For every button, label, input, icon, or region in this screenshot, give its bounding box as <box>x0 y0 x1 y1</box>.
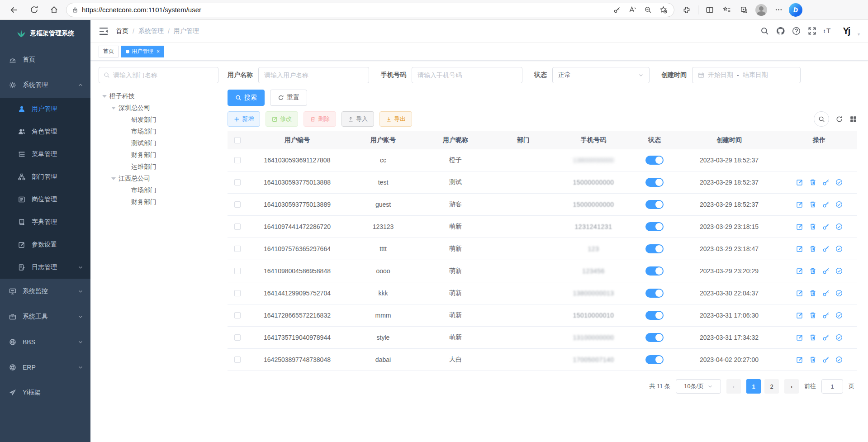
refresh-table-icon[interactable] <box>835 115 843 123</box>
tree-node[interactable]: 测试部门 <box>99 138 218 149</box>
tag-用户管理[interactable]: 用户管理 × <box>121 46 164 57</box>
assign-role-icon[interactable] <box>835 201 843 208</box>
delete-row-icon[interactable] <box>809 179 816 186</box>
assign-role-icon[interactable] <box>835 356 843 363</box>
split-screen-icon[interactable] <box>702 2 717 18</box>
status-toggle[interactable] <box>645 222 664 231</box>
refresh-icon[interactable] <box>26 2 42 18</box>
username-input[interactable] <box>264 71 363 79</box>
assign-role-icon[interactable] <box>835 290 843 297</box>
next-page-button[interactable]: › <box>784 379 799 394</box>
row-checkbox[interactable] <box>234 290 241 296</box>
sidebar-item-部门管理[interactable]: 部门管理 <box>0 166 90 188</box>
reset-password-icon[interactable] <box>822 179 830 186</box>
hamburger-icon[interactable] <box>99 26 109 36</box>
date-range-picker[interactable]: 开始日期 - 结束日期 <box>692 67 801 83</box>
import-button[interactable]: 导入 <box>342 111 374 127</box>
reset-password-icon[interactable] <box>822 201 830 208</box>
text-size-icon[interactable]: tT <box>824 27 832 35</box>
sidebar-item-系统管理[interactable]: 系统管理 <box>0 72 90 98</box>
url-text[interactable]: https://ccnetcore.com:1101/system/user <box>82 6 607 14</box>
delete-row-icon[interactable] <box>809 245 816 252</box>
delete-row-icon[interactable] <box>809 312 816 319</box>
tree-expand-icon[interactable] <box>111 107 116 109</box>
sidebar-item-参数设置[interactable]: 参数设置 <box>0 233 90 256</box>
prev-page-button[interactable]: ‹ <box>726 379 741 394</box>
tree-node[interactable]: 市场部门 <box>99 126 218 138</box>
tree-node[interactable]: 江西总公司 <box>99 173 218 185</box>
delete-row-icon[interactable] <box>809 290 816 297</box>
toggle-search-button[interactable] <box>814 111 829 127</box>
edit-row-icon[interactable] <box>796 312 803 319</box>
user-avatar[interactable]: Yj <box>840 24 853 38</box>
reset-password-icon[interactable] <box>822 356 830 363</box>
export-button[interactable]: 导出 <box>379 111 412 127</box>
row-checkbox[interactable] <box>234 268 241 274</box>
extensions-icon[interactable] <box>679 2 694 18</box>
select-all-checkbox[interactable] <box>234 137 241 143</box>
sidebar-item-系统监控[interactable]: 系统监控 <box>0 279 90 304</box>
tree-node[interactable]: 运维部门 <box>99 161 218 173</box>
edit-row-icon[interactable] <box>796 245 803 252</box>
status-toggle[interactable] <box>645 355 664 364</box>
edit-row-icon[interactable] <box>796 267 803 275</box>
copilot-icon[interactable]: b <box>788 2 803 18</box>
delete-row-icon[interactable] <box>809 267 816 275</box>
row-checkbox[interactable] <box>234 334 241 341</box>
password-key-icon[interactable] <box>611 4 623 16</box>
page-button-1[interactable]: 1 <box>746 379 761 394</box>
sidebar-item-ERP[interactable]: ERP <box>0 355 90 380</box>
row-checkbox[interactable] <box>234 246 241 252</box>
reset-password-icon[interactable] <box>822 245 830 252</box>
tag-首页[interactable]: 首页 <box>99 46 119 57</box>
phone-input[interactable] <box>417 71 517 79</box>
page-size-select[interactable]: 10条/页 <box>676 379 721 394</box>
tree-node[interactable]: 财务部门 <box>99 149 218 161</box>
add-button[interactable]: 新增 <box>228 111 260 127</box>
sidebar-item-用户管理[interactable]: 用户管理 <box>0 98 90 120</box>
sidebar-item-岗位管理[interactable]: 岗位管理 <box>0 188 90 211</box>
department-search-input[interactable] <box>113 71 213 79</box>
breadcrumb-system[interactable]: 系统管理 <box>138 27 164 35</box>
tree-expand-icon[interactable] <box>111 177 116 180</box>
app-logo[interactable]: 意框架管理系统 <box>0 20 90 47</box>
add-favorite-icon[interactable] <box>657 4 669 16</box>
phone-field[interactable] <box>412 67 522 83</box>
row-checkbox[interactable] <box>234 201 241 208</box>
edit-row-icon[interactable] <box>796 201 803 208</box>
assign-role-icon[interactable] <box>835 267 843 275</box>
delete-row-icon[interactable] <box>809 334 816 341</box>
tree-expand-icon[interactable] <box>102 95 107 98</box>
edit-row-icon[interactable] <box>796 356 803 363</box>
status-toggle[interactable] <box>645 178 664 187</box>
reset-password-icon[interactable] <box>822 267 830 275</box>
sidebar-item-系统工具[interactable]: 系统工具 <box>0 304 90 329</box>
tree-node[interactable]: 研发部门 <box>99 114 218 126</box>
edit-row-icon[interactable] <box>796 334 803 341</box>
status-select[interactable]: 正常 <box>552 67 650 83</box>
breadcrumb-home[interactable]: 首页 <box>116 27 128 35</box>
row-checkbox[interactable] <box>234 223 241 230</box>
github-icon[interactable] <box>776 27 785 35</box>
read-aloud-icon[interactable] <box>626 4 639 16</box>
assign-role-icon[interactable] <box>835 334 843 341</box>
assign-role-icon[interactable] <box>835 223 843 230</box>
profile-avatar[interactable] <box>754 2 769 18</box>
sidebar-item-角色管理[interactable]: 角色管理 <box>0 120 90 143</box>
address-bar[interactable]: https://ccnetcore.com:1101/system/user <box>66 3 674 17</box>
sidebar-item-菜单管理[interactable]: 菜单管理 <box>0 143 90 166</box>
back-icon[interactable] <box>6 2 22 18</box>
collections-icon[interactable] <box>719 2 735 18</box>
row-checkbox[interactable] <box>234 356 241 363</box>
search-button[interactable]: 搜索 <box>228 90 265 106</box>
edit-row-icon[interactable] <box>796 223 803 230</box>
sidebar-item-首页[interactable]: 首页 <box>0 47 90 72</box>
reset-password-icon[interactable] <box>822 223 830 230</box>
edit-row-icon[interactable] <box>796 179 803 186</box>
tree-node[interactable]: 橙子科技 <box>99 90 218 102</box>
search-icon[interactable] <box>760 27 769 35</box>
assign-role-icon[interactable] <box>835 179 843 186</box>
status-toggle[interactable] <box>645 289 664 298</box>
status-toggle[interactable] <box>645 311 664 320</box>
status-toggle[interactable] <box>645 244 664 253</box>
